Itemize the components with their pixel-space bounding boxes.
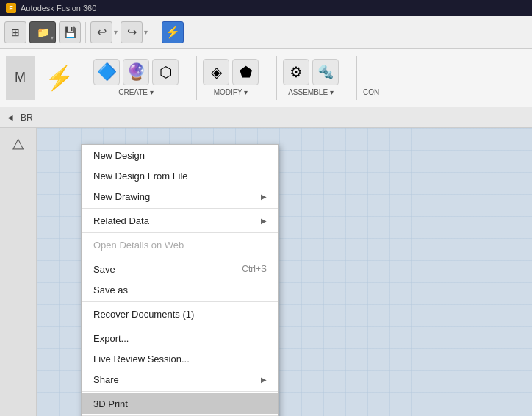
menu-item-label-live-review: Live Review Session... bbox=[93, 354, 190, 365]
title-bar: F Autodesk Fusion 360 bbox=[0, 0, 532, 16]
menu-item-arrow-new-drawing: ▶ bbox=[261, 193, 267, 201]
ribbon-divider2 bbox=[196, 56, 197, 100]
menu-item-save[interactable]: SaveCtrl+S bbox=[82, 259, 278, 279]
create-label[interactable]: CREATE ▾ bbox=[118, 88, 154, 96]
grid-icon: ⊞ bbox=[11, 26, 20, 38]
ribbon-group-assemble: ⚙ 🔩 ASSEMBLE ▾ bbox=[283, 59, 339, 96]
ribbon-divider4 bbox=[356, 56, 357, 100]
left-panel-content: △ bbox=[0, 128, 36, 163]
menu-item-arrow-related-data: ▶ bbox=[261, 217, 267, 225]
main-content: △ New DesignNew Design From FileNew Draw… bbox=[0, 128, 532, 416]
ribbon-divider3 bbox=[276, 56, 277, 100]
left-panel: △ bbox=[0, 128, 37, 416]
menu-item-label-new-drawing: New Drawing bbox=[93, 191, 150, 202]
ribbon-divider1 bbox=[87, 56, 87, 100]
fusion-icon: ⚡ bbox=[165, 25, 180, 39]
grid-button[interactable]: ⊞ bbox=[4, 21, 26, 43]
nav-panel-toggle[interactable]: M bbox=[6, 56, 35, 100]
fusion-large-icon: ⚡ bbox=[45, 64, 74, 92]
menu-item-label-new-design-from-file: New Design From File bbox=[93, 171, 188, 182]
menu-item-new-drawing[interactable]: New Drawing▶ bbox=[82, 186, 278, 207]
menu-item-save-as[interactable]: Save as bbox=[82, 279, 278, 300]
menu-item-new-design-from-file[interactable]: New Design From File bbox=[82, 165, 278, 186]
modify-icons: ◈ ⬟ bbox=[203, 59, 259, 85]
create-icons: 🔷 🔮 ⬡ bbox=[93, 59, 179, 85]
file-menu-button[interactable]: 📁 ▾ bbox=[29, 21, 56, 43]
menu-item-label-save: Save bbox=[93, 264, 115, 275]
menu-separator bbox=[82, 391, 278, 392]
menu-separator bbox=[82, 301, 278, 302]
divider2 bbox=[154, 22, 154, 43]
toolbar: ⊞ 📁 ▾ 💾 ↩ ▾ ↪ ▾ ⚡ bbox=[0, 16, 532, 49]
modify-icon-1[interactable]: ◈ bbox=[203, 59, 229, 85]
divider1 bbox=[85, 22, 86, 43]
ribbon-group-con: CON bbox=[363, 59, 379, 96]
redo-button[interactable]: ↪ bbox=[121, 21, 143, 43]
menu-item-3d-print[interactable]: 3D Print bbox=[82, 393, 278, 414]
fusion-ribbon-icon: ⚡ bbox=[41, 56, 78, 100]
create-icon-2[interactable]: 🔮 bbox=[123, 59, 149, 85]
redo-arrow: ▾ bbox=[144, 28, 148, 36]
menu-item-label-3d-print: 3D Print bbox=[93, 398, 128, 409]
menu-item-shortcut-save: Ctrl+S bbox=[242, 264, 267, 274]
menu-item-share[interactable]: Share▶ bbox=[82, 369, 278, 390]
menu-item-related-data[interactable]: Related Data▶ bbox=[82, 210, 278, 231]
menu-item-export[interactable]: Export... bbox=[82, 328, 278, 348]
menu-item-label-recover-documents: Recover Documents (1) bbox=[93, 309, 194, 320]
menu-separator bbox=[82, 326, 278, 326]
canvas-area: New DesignNew Design From FileNew Drawin… bbox=[37, 128, 532, 416]
ribbon-group-modify: ◈ ⬟ MODIFY ▾ bbox=[203, 59, 259, 96]
file-icon: 📁 bbox=[37, 26, 49, 38]
menu-item-label-export: Export... bbox=[93, 333, 129, 344]
assemble-icon-2[interactable]: 🔩 bbox=[312, 59, 339, 85]
menu-item-label-new-design: New Design bbox=[93, 150, 145, 161]
create-icon-1[interactable]: 🔷 bbox=[93, 59, 120, 85]
app-icon: F bbox=[6, 3, 16, 13]
ribbon-group-create: 🔷 🔮 ⬡ CREATE ▾ bbox=[93, 59, 179, 96]
tree-icon: △ bbox=[3, 134, 33, 151]
breadcrumb-text: BR bbox=[21, 112, 33, 123]
save-button[interactable]: 💾 bbox=[59, 21, 81, 43]
menu-item-arrow-share: ▶ bbox=[261, 376, 267, 384]
menu-separator bbox=[82, 257, 278, 257]
menu-separator bbox=[82, 208, 278, 209]
modify-icon-2[interactable]: ⬟ bbox=[232, 59, 259, 85]
assemble-label[interactable]: ASSEMBLE ▾ bbox=[288, 88, 334, 96]
menu-item-label-share: Share bbox=[93, 374, 119, 385]
modify-label[interactable]: MODIFY ▾ bbox=[214, 88, 248, 96]
menu-item-open-details: Open Details on Web bbox=[82, 234, 278, 255]
save-icon: 💾 bbox=[64, 26, 76, 38]
con-label: CON bbox=[363, 88, 379, 96]
fusion-button[interactable]: ⚡ bbox=[162, 21, 184, 43]
menu-item-new-design[interactable]: New Design bbox=[82, 145, 278, 165]
menu-item-recover-documents[interactable]: Recover Documents (1) bbox=[82, 304, 278, 324]
app-title: Autodesk Fusion 360 bbox=[21, 4, 96, 12]
menu-item-label-related-data: Related Data bbox=[93, 215, 149, 226]
undo-button[interactable]: ↩ bbox=[90, 21, 112, 43]
menu-separator bbox=[82, 232, 278, 233]
nav-arrow-icon: M bbox=[15, 70, 26, 85]
breadcrumb-back-icon[interactable]: ◄ bbox=[6, 112, 15, 123]
assemble-icon-1[interactable]: ⚙ bbox=[283, 59, 309, 85]
create-icon-3[interactable]: ⬡ bbox=[152, 59, 179, 85]
dropdown-menu: New DesignNew Design From FileNew Drawin… bbox=[81, 144, 279, 416]
redo-icon: ↪ bbox=[127, 25, 137, 39]
assemble-icons: ⚙ 🔩 bbox=[283, 59, 339, 85]
menu-item-live-review[interactable]: Live Review Session... bbox=[82, 348, 278, 369]
breadcrumb-bar: ◄ BR bbox=[0, 107, 532, 128]
undo-arrow: ▾ bbox=[114, 28, 118, 36]
menu-item-label-open-details: Open Details on Web bbox=[93, 240, 184, 251]
ribbon: M ⚡ 🔷 🔮 ⬡ CREATE ▾ ◈ ⬟ MODIFY ▾ ⚙ 🔩 bbox=[0, 49, 532, 107]
menu-item-label-save-as: Save as bbox=[93, 284, 128, 295]
undo-icon: ↩ bbox=[97, 25, 107, 39]
